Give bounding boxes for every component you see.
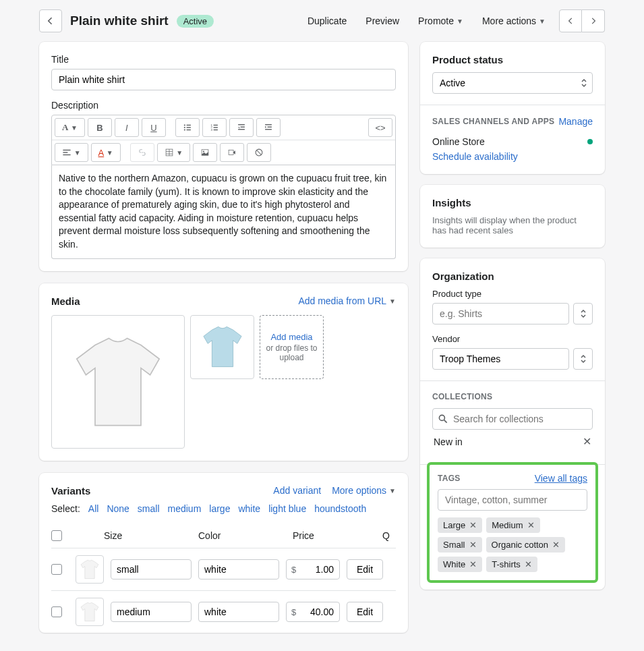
- edit-variant-button[interactable]: Edit: [347, 559, 383, 579]
- product-type-input[interactable]: [432, 303, 569, 324]
- vendor-label: Vendor: [432, 334, 593, 344]
- svg-rect-15: [265, 124, 272, 125]
- variant-row: $ Edit: [51, 591, 396, 633]
- rte-underline-btn[interactable]: U: [142, 118, 166, 137]
- rte-code-btn[interactable]: <>: [368, 118, 392, 137]
- duplicate-action[interactable]: Duplicate: [302, 11, 352, 30]
- filter-large[interactable]: large: [209, 503, 230, 514]
- product-type-label: Product type: [432, 289, 593, 299]
- rte-link-btn[interactable]: [130, 143, 154, 162]
- svg-rect-3: [187, 127, 191, 128]
- svg-rect-17: [265, 129, 272, 130]
- remove-tag-button[interactable]: ✕: [552, 540, 560, 550]
- color-input[interactable]: [198, 602, 279, 622]
- description-editor[interactable]: Native to the northern Amazon, cupuacu i…: [51, 165, 396, 259]
- tag-small: Small✕: [438, 537, 482, 553]
- rte-color-btn[interactable]: A ▼: [91, 143, 121, 162]
- filter-none[interactable]: None: [107, 503, 129, 514]
- size-input[interactable]: [111, 559, 192, 579]
- rte-indent-btn[interactable]: [256, 118, 281, 137]
- filter-white[interactable]: white: [238, 503, 260, 514]
- vendor-input[interactable]: [432, 348, 569, 370]
- rte-ol-btn[interactable]: 123: [202, 118, 227, 137]
- rte-font-btn[interactable]: A ▼: [55, 118, 85, 137]
- filter-all[interactable]: All: [88, 503, 99, 514]
- rte-table-btn[interactable]: ▼: [157, 143, 191, 162]
- outdent-icon: [237, 123, 246, 132]
- tags-label: TAGS: [438, 474, 461, 483]
- filter-lightblue[interactable]: light blue: [268, 503, 306, 514]
- variant-thumbnail[interactable]: [76, 598, 104, 626]
- preview-action[interactable]: Preview: [360, 11, 405, 30]
- video-icon: [227, 148, 237, 157]
- col-color: Color: [198, 530, 293, 541]
- svg-rect-7: [214, 125, 218, 125]
- rte-toolbar: A ▼ B I U 123 <> ▼ A ▼: [51, 115, 396, 165]
- svg-point-0: [184, 124, 185, 125]
- svg-point-26: [203, 151, 204, 152]
- remove-tag-button[interactable]: ✕: [525, 559, 532, 569]
- media-thumbnail-small[interactable]: [190, 315, 254, 379]
- back-button[interactable]: [39, 9, 62, 32]
- remove-tag-button[interactable]: ✕: [469, 520, 477, 530]
- promote-action[interactable]: Promote ▼: [413, 11, 469, 30]
- rte-bold-btn[interactable]: B: [88, 118, 112, 137]
- variant-thumbnail[interactable]: [76, 555, 104, 584]
- organization-card: Organization Product type Vendor CO: [420, 258, 605, 590]
- insights-heading: Insights: [432, 197, 593, 208]
- prev-button[interactable]: [559, 9, 582, 32]
- view-all-tags-link[interactable]: View all tags: [535, 473, 587, 484]
- select-all-checkbox[interactable]: [51, 530, 62, 541]
- row-checkbox[interactable]: [51, 606, 62, 617]
- table-icon: [165, 148, 174, 157]
- add-media-dropzone[interactable]: Add media or drop files to upload: [260, 315, 324, 379]
- remove-tag-button[interactable]: ✕: [469, 559, 477, 569]
- svg-point-4: [184, 129, 185, 130]
- svg-line-29: [257, 150, 262, 155]
- vendor-select-button[interactable]: [573, 348, 593, 370]
- org-heading: Organization: [432, 271, 593, 282]
- next-button[interactable]: [582, 9, 605, 32]
- color-input[interactable]: [198, 559, 279, 579]
- remove-tag-button[interactable]: ✕: [527, 520, 535, 530]
- tags-input[interactable]: [438, 489, 587, 511]
- rte-image-btn[interactable]: [193, 143, 217, 162]
- rte-align-btn[interactable]: ▼: [55, 143, 88, 162]
- more-actions[interactable]: More actions ▼: [477, 11, 551, 30]
- manage-link[interactable]: Manage: [558, 116, 593, 127]
- more-options-link[interactable]: More options ▼: [332, 485, 396, 496]
- select-label: Select:: [51, 503, 80, 514]
- size-input[interactable]: [111, 602, 192, 622]
- online-store-label: Online Store: [432, 136, 485, 147]
- indent-icon: [264, 123, 273, 132]
- edit-variant-button[interactable]: Edit: [347, 602, 383, 622]
- status-dot-icon: [587, 139, 593, 144]
- svg-rect-13: [241, 127, 245, 128]
- remove-tag-button[interactable]: ✕: [469, 540, 477, 550]
- filter-small[interactable]: small: [138, 503, 160, 514]
- collections-search-input[interactable]: [432, 408, 593, 430]
- row-checkbox[interactable]: [51, 564, 62, 575]
- rte-outdent-btn[interactable]: [229, 118, 254, 137]
- add-media-link[interactable]: Add media: [270, 332, 312, 342]
- product-type-select-button[interactable]: [573, 303, 593, 324]
- rte-ul-btn[interactable]: [175, 118, 200, 137]
- filter-houndstooth[interactable]: houndstooth: [314, 503, 366, 514]
- rte-italic-btn[interactable]: I: [115, 118, 139, 137]
- rte-video-btn[interactable]: [220, 143, 244, 162]
- svg-rect-5: [187, 130, 191, 130]
- status-badge: Active: [177, 15, 214, 28]
- caret-down-icon: ▼: [539, 18, 546, 25]
- remove-collection-button[interactable]: ✕: [583, 435, 591, 448]
- svg-rect-27: [229, 150, 233, 155]
- schedule-link[interactable]: Schedule availability: [432, 151, 518, 162]
- description-label: Description: [51, 100, 396, 111]
- media-thumbnail-large[interactable]: [51, 315, 185, 449]
- tag-large: Large✕: [438, 517, 482, 533]
- title-input[interactable]: [51, 69, 396, 90]
- add-variant-link[interactable]: Add variant: [273, 485, 321, 496]
- status-select[interactable]: Active: [432, 72, 593, 94]
- rte-clear-btn[interactable]: [247, 143, 271, 162]
- filter-medium[interactable]: medium: [168, 503, 202, 514]
- add-media-url-link[interactable]: Add media from URL ▼: [298, 295, 396, 306]
